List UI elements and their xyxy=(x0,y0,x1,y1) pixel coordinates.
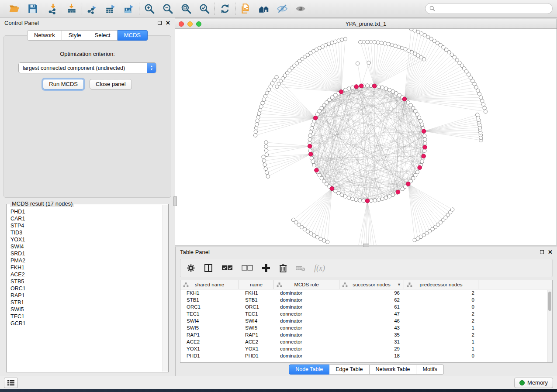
zoom-out-icon[interactable] xyxy=(162,3,173,14)
window-minimize-traffic-light[interactable] xyxy=(187,21,193,27)
table-row[interactable]: ACE2ACE2connector311 xyxy=(180,338,552,345)
tab-style[interactable]: Style xyxy=(62,30,88,41)
column-header-successor-nodes[interactable]: successor nodes▼ xyxy=(339,280,404,289)
tab-motifs[interactable]: Motifs xyxy=(416,364,443,375)
table-row[interactable]: SWI4SWI4dominator462 xyxy=(180,317,552,324)
table-scrollbar[interactable] xyxy=(547,290,552,362)
show-visibility-icon[interactable] xyxy=(295,3,306,14)
mcds-result-item[interactable]: RAP1 xyxy=(10,292,163,299)
mcds-result-item[interactable]: FKH1 xyxy=(10,264,163,271)
memory-status-icon xyxy=(519,380,525,385)
mcds-result-item[interactable]: TEC1 xyxy=(10,313,163,320)
table-row[interactable]: PHD1PHD1dominator180 xyxy=(180,352,552,359)
mcds-result-item[interactable]: SWI5 xyxy=(10,306,163,313)
mcds-result-item[interactable]: CAR1 xyxy=(10,215,163,222)
run-mcds-button[interactable]: Run MCDS xyxy=(43,79,84,89)
table-row[interactable]: SWI5SWI5connector431 xyxy=(180,324,552,331)
network-canvas[interactable] xyxy=(175,29,557,245)
tab-network[interactable]: Network xyxy=(27,30,62,41)
table-cell: SWI5 xyxy=(239,325,274,330)
mcds-result-item[interactable]: SWI4 xyxy=(10,243,163,250)
task-history-button[interactable] xyxy=(4,378,18,388)
column-header-predecessor-nodes[interactable]: predecessor nodes xyxy=(404,280,478,289)
tab-mcds[interactable]: MCDS xyxy=(118,30,148,41)
window-close-traffic-light[interactable] xyxy=(179,21,184,27)
zoom-fit-icon[interactable] xyxy=(180,3,192,14)
column-header-name[interactable]: name xyxy=(239,280,274,289)
network-window-titlebar[interactable]: YPA_prune.txt_1 xyxy=(175,19,557,29)
show-columns-icon[interactable] xyxy=(204,263,213,273)
delete-table-icon xyxy=(296,263,305,273)
home-icon[interactable] xyxy=(258,3,270,14)
tab-network-table[interactable]: Network Table xyxy=(370,364,417,375)
table-cell: 0 xyxy=(404,304,478,309)
divider-grip[interactable] xyxy=(363,244,369,247)
window-zoom-traffic-light[interactable] xyxy=(196,21,201,27)
table-cell: 62 xyxy=(339,297,404,303)
mcds-result-item[interactable]: ORC1 xyxy=(10,285,163,292)
search-input[interactable] xyxy=(438,5,548,12)
mcds-result-item[interactable]: ACE2 xyxy=(10,271,163,278)
table-settings-gear-icon[interactable] xyxy=(187,263,195,273)
import-table-icon[interactable] xyxy=(66,3,77,14)
export-image-icon[interactable] xyxy=(123,3,135,14)
open-file-icon[interactable] xyxy=(9,3,20,14)
table-row[interactable]: STB1STB1dominator620 xyxy=(180,296,552,303)
table-cell: 2 xyxy=(404,311,478,316)
criterion-dropdown[interactable]: largest connected component (undirected)… xyxy=(18,62,156,73)
hide-visibility-icon[interactable] xyxy=(277,3,288,14)
delete-column-icon[interactable] xyxy=(279,263,287,273)
deselect-all-icon[interactable] xyxy=(242,263,253,273)
export-table-icon[interactable] xyxy=(105,3,116,14)
mcds-result-item[interactable]: SRD1 xyxy=(10,250,163,257)
tab-edge-table[interactable]: Edge Table xyxy=(329,364,369,375)
control-panel: Control Panel ✕ NetworkStyleSelectMCDS O… xyxy=(0,17,175,376)
close-panel-button[interactable]: Close panel xyxy=(90,79,132,89)
refresh-icon[interactable] xyxy=(219,3,231,14)
zoom-selected-icon[interactable] xyxy=(199,3,210,14)
zoom-in-icon[interactable] xyxy=(144,3,155,14)
import-network-icon[interactable] xyxy=(48,3,59,14)
horizontal-divider[interactable] xyxy=(175,245,557,247)
table-cell: RAP1 xyxy=(180,332,239,337)
mcds-list-scrollbar[interactable] xyxy=(163,205,168,371)
select-all-icon[interactable] xyxy=(221,263,233,273)
table-row[interactable]: RAP1RAP1dominator352 xyxy=(180,331,552,338)
mcds-result-item[interactable]: STP4 xyxy=(10,222,163,229)
mcds-result-item[interactable]: STB1 xyxy=(10,299,163,306)
mcds-result-item[interactable]: PMA2 xyxy=(10,257,163,264)
tab-node-table[interactable]: Node Table xyxy=(289,364,329,375)
task-list-icon xyxy=(7,380,15,386)
close-table-panel-icon[interactable]: ✕ xyxy=(548,250,553,254)
float-table-panel-icon[interactable] xyxy=(540,250,544,254)
table-row[interactable]: FKH1FKH1dominator962 xyxy=(180,289,552,296)
tab-select[interactable]: Select xyxy=(88,30,118,41)
mcds-result-item[interactable]: STB5 xyxy=(10,278,163,285)
mcds-result-item[interactable]: PHD1 xyxy=(10,208,163,215)
search-box[interactable] xyxy=(425,3,553,14)
table-cell: 47 xyxy=(339,311,404,316)
close-panel-icon[interactable]: ✕ xyxy=(166,21,170,25)
table-cell: STB1 xyxy=(180,297,239,303)
mcds-result-list: PHD1CAR1STP4TID3YOX1SWI4SRD1PMA2FKH1ACE2… xyxy=(7,205,163,371)
panel-divider-grip[interactable] xyxy=(173,196,177,206)
table-row[interactable]: ORC1ORC1dominator610 xyxy=(180,303,552,310)
column-header-MCDS-role[interactable]: MCDS role xyxy=(274,280,339,289)
table-cell: 96 xyxy=(339,290,404,296)
save-session-icon[interactable] xyxy=(27,3,38,14)
table-row[interactable]: TEC1TEC1connector472 xyxy=(180,310,552,317)
table-cell: 31 xyxy=(339,339,404,344)
mcds-result-item[interactable]: GCR1 xyxy=(10,320,163,327)
table-panel-title: Table Panel xyxy=(180,249,210,255)
float-panel-icon[interactable] xyxy=(158,21,162,25)
table-row[interactable]: YOX1YOX1connector291 xyxy=(180,345,552,352)
column-header-shared-name[interactable]: shared name xyxy=(180,280,239,289)
mcds-result-item[interactable]: TID3 xyxy=(10,229,163,236)
table-scrollbar-thumb[interactable] xyxy=(548,292,551,311)
mcds-result-item[interactable]: YOX1 xyxy=(10,236,163,243)
add-column-icon[interactable] xyxy=(262,263,270,273)
copy-share-icon[interactable] xyxy=(240,3,251,14)
memory-button[interactable]: Memory xyxy=(514,378,553,388)
export-network-icon[interactable] xyxy=(86,3,98,14)
table-toolbar: f(x) xyxy=(180,259,553,277)
